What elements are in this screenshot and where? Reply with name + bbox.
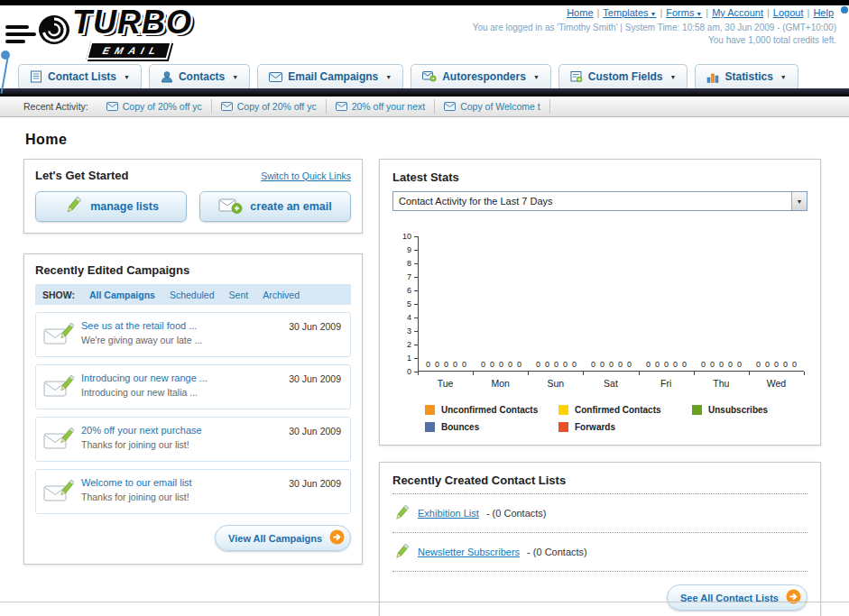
value-label: 0 xyxy=(673,360,678,369)
tab-statistics[interactable]: Statistics▼ xyxy=(695,64,798,88)
header-right: Home|Templates ▼|Forms ▼|My Account|Logo… xyxy=(473,7,836,45)
campaign-subtitle: Thanks for joining our list! xyxy=(81,439,341,450)
tab-label: Contact Lists xyxy=(48,70,116,83)
envelope-pencil-icon xyxy=(43,428,74,455)
campaign-date: 30 Jun 2009 xyxy=(289,426,341,437)
tab-email-campaigns[interactable]: Email Campaigns▼ xyxy=(257,64,403,88)
recent-activity-item[interactable]: Copy of 20% off yc xyxy=(97,99,212,114)
create-email-button[interactable]: create an email xyxy=(199,191,351,222)
y-tick-label: 1 xyxy=(407,354,411,363)
dotted-divider xyxy=(392,532,807,533)
create-email-label: create an email xyxy=(250,200,331,213)
nav-link-help[interactable]: Help xyxy=(813,7,834,18)
legend-label: Forwards xyxy=(575,422,615,432)
y-tick-label: 8 xyxy=(407,259,411,268)
contact-list-row: Newsletter Subscribers - (0 Contacts) xyxy=(392,539,807,565)
header-nav: Home|Templates ▼|Forms ▼|My Account|Logo… xyxy=(473,7,836,18)
tab-contacts[interactable]: Contacts▼ xyxy=(149,64,250,88)
autoresponders-icon xyxy=(422,71,437,82)
campaign-row[interactable]: 20% off your next purchaseThanks for joi… xyxy=(35,417,351,462)
value-label: 0 xyxy=(536,360,540,369)
credits-info: You have 1,000 total credits left. xyxy=(473,35,836,45)
see-all-contact-lists-button[interactable]: See All Contact Lists xyxy=(667,584,807,611)
y-tick-label: 2 xyxy=(407,340,411,349)
decorative-dot-icon xyxy=(841,6,848,14)
contact-list-link[interactable]: Newsletter Subscribers xyxy=(418,547,520,557)
logo-speed-lines-icon xyxy=(5,22,36,47)
value-label: 0 xyxy=(682,360,687,369)
value-label: 0 xyxy=(655,360,660,369)
pencil-icon xyxy=(392,543,411,561)
tab-autoresponders[interactable]: Autoresponders▼ xyxy=(411,64,551,88)
x-axis-label: Sat xyxy=(583,378,638,389)
envelope-pencil-icon xyxy=(43,323,74,351)
contact-list-link[interactable]: Exhibition List xyxy=(418,508,479,519)
filter-all-campaigns[interactable]: All Campaigns xyxy=(89,290,155,300)
nav-link-home[interactable]: Home xyxy=(567,7,593,18)
envelope-pencil-icon xyxy=(43,480,74,508)
nav-link-templates[interactable]: Templates ▼ xyxy=(603,7,656,18)
switch-quick-links-link[interactable]: Switch to Quick Links xyxy=(261,170,351,181)
nav-link-forms[interactable]: Forms ▼ xyxy=(666,7,702,18)
tab-custom-fields[interactable]: Custom Fields▼ xyxy=(558,64,688,88)
value-label: 0 xyxy=(792,360,797,369)
value-label-group: 00000 xyxy=(694,360,749,369)
filter-archived[interactable]: Archived xyxy=(263,290,300,300)
recent-activity-item[interactable]: Copy of 20% off yc xyxy=(212,99,327,114)
tab-contact-lists[interactable]: Contact Lists▼ xyxy=(18,64,142,88)
filter-sent[interactable]: Sent xyxy=(229,290,249,300)
legend-swatch xyxy=(425,405,435,415)
manage-lists-label: manage lists xyxy=(90,200,159,213)
chart-plot-area: 00000000000000000000000000000000000 xyxy=(418,236,804,372)
value-label: 0 xyxy=(765,360,770,369)
show-label: SHOW: xyxy=(42,290,75,300)
recent-activity-item[interactable]: Copy of Welcome t xyxy=(435,99,550,114)
legend-swatch xyxy=(692,405,702,415)
campaign-row[interactable]: See us at the retail food ...We're givin… xyxy=(35,312,351,357)
y-tick-label: 3 xyxy=(407,326,411,336)
x-tick xyxy=(639,372,640,375)
recent-activity-label: Recent Activity: xyxy=(23,101,88,112)
campaign-subtitle: Introducing our new Italia ... xyxy=(81,387,341,398)
nav-separator: | xyxy=(597,7,600,18)
arrow-circle-icon xyxy=(786,589,801,606)
arrow-circle-icon xyxy=(329,529,345,547)
campaign-row[interactable]: Introducing our new range ...Introducing… xyxy=(35,364,351,409)
tab-label: Autoresponders xyxy=(442,70,526,83)
campaign-row[interactable]: Welcome to our email listThanks for join… xyxy=(35,469,351,514)
contact-lists-icon xyxy=(30,70,42,83)
logo-title: TURBO xyxy=(72,4,192,41)
stats-activity-dropdown[interactable]: Contact Activity for the Last 7 Days ▼ xyxy=(392,191,807,211)
pencil-icon xyxy=(392,504,411,522)
value-label: 0 xyxy=(783,360,788,369)
nav-link-my-account[interactable]: My Account xyxy=(712,7,763,18)
chart-y-axis: 012345678910 xyxy=(398,236,418,372)
y-tick-label: 10 xyxy=(402,232,411,241)
value-label: 0 xyxy=(591,360,595,369)
chevron-down-icon: ▼ xyxy=(232,74,238,80)
view-all-campaigns-button[interactable]: View All Campaigns xyxy=(215,525,351,551)
statistics-icon xyxy=(706,71,719,83)
x-axis-label: Sun xyxy=(528,378,583,389)
recent-activity-item[interactable]: 20% off your next xyxy=(327,99,436,114)
x-tick xyxy=(528,372,529,375)
pencil-icon xyxy=(63,196,83,218)
nav-link-logout[interactable]: Logout xyxy=(773,7,804,18)
contact-list-row: Exhibition List - (0 Contacts) xyxy=(392,501,807,526)
main-content: Home Let's Get Started Switch to Quick L… xyxy=(0,117,849,616)
manage-lists-button[interactable]: manage lists xyxy=(35,191,187,222)
campaign-list: See us at the retail food ...We're givin… xyxy=(35,312,351,514)
app-logo: TURBO EMAIL xyxy=(13,7,274,61)
value-label-group: 00000 xyxy=(639,360,694,369)
legend-label: Unsubscribes xyxy=(708,405,768,415)
filter-scheduled[interactable]: Scheduled xyxy=(170,290,215,300)
value-label: 0 xyxy=(517,360,521,369)
value-label: 0 xyxy=(481,360,485,369)
legend-label: Confirmed Contacts xyxy=(575,405,661,415)
x-tick xyxy=(473,372,474,375)
x-axis-label: Wed xyxy=(749,378,804,389)
y-tick-label: 0 xyxy=(407,367,411,376)
envelope-icon xyxy=(444,102,456,111)
value-label-group: 00000 xyxy=(419,360,474,369)
legend-item: Unconfirmed Contacts xyxy=(425,405,558,415)
